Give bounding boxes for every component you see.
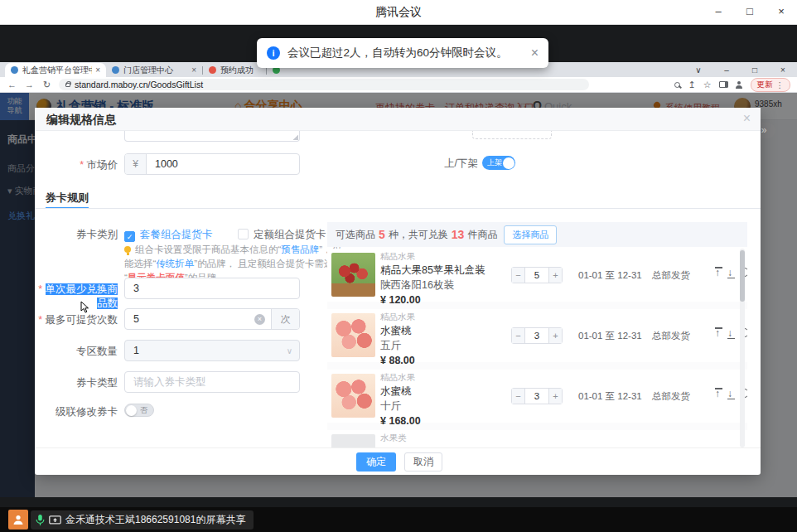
reload-icon[interactable]: ↻ [38,80,56,90]
browser-minimize-button[interactable]: – [712,65,741,75]
cancel-button[interactable]: 取消 [404,452,442,472]
move-to-top-icon[interactable]: ↑ [715,388,720,399]
checkbox-combo-card[interactable]: ✓套餐组合提货卡 [124,226,213,240]
quantity-value[interactable]: 3 [525,389,548,404]
tab-search-icon[interactable]: ∨ [684,65,712,75]
product-image [331,313,375,357]
tab-close-icon[interactable]: × [191,65,196,75]
screen-share-icon [49,515,61,525]
checkbox-fixed-amount-card[interactable]: 定额组合提货卡 [238,226,326,240]
move-to-bottom-icon[interactable]: ↓ [727,388,732,399]
bookmark-star-icon[interactable]: ☆ [703,80,712,90]
sharer-avatar[interactable] [8,510,28,530]
market-price-input[interactable]: ¥ 1000 [124,153,300,175]
increment-button[interactable]: + [548,268,562,283]
decrement-button[interactable]: − [512,268,525,283]
scrolled-upload-remnant[interactable] [472,131,552,139]
zoom-icon[interactable] [674,82,680,88]
zone-count-select[interactable]: 1 ∨ [124,340,300,361]
mouse-cursor [80,301,89,313]
move-to-top-icon[interactable]: ↑ [715,267,720,278]
currency-prefix: ¥ [125,154,147,174]
cascade-label: 级联修改券卡 [35,405,118,419]
unit-suffix: 次 [271,309,299,329]
min-exchange-value: 3 [125,283,299,294]
tab-favicon [11,66,18,74]
quantity-value[interactable]: 5 [525,268,548,283]
update-button[interactable]: 更新 ⋮ [751,78,791,92]
product-category: 水果类 [380,433,407,444]
header-text: 种，共可兑换 [389,228,448,242]
checkbox-label: 套餐组合提货卡 [140,229,213,240]
scrolled-textarea-remnant[interactable] [124,131,300,142]
modal-body: 市场价 ¥ 1000 上/下架 上架 券卡规则 券卡类别 ✓套餐组合提货卡 定额… [35,131,761,475]
product-image [331,374,375,418]
update-label: 更新 [757,80,773,90]
forward-icon[interactable]: → [21,80,38,89]
delivery-mode: 总部发货 [652,269,690,282]
market-price-label: 市场价 [35,158,118,172]
toast-text: 会议已超过2人，自动转为60分钟限时会议。 [287,46,508,60]
toggle-knob [503,157,514,169]
meeting-title: 腾讯会议 [375,5,422,20]
increment-button[interactable]: + [548,389,562,404]
toggle-knob [126,405,137,416]
maximize-button[interactable]: □ [734,0,766,25]
back-icon[interactable]: ← [3,80,21,89]
share-bar-text: 金禾通技术王斌18662591081的屏幕共享 [65,513,245,527]
tab-label: 门店管理中心 [123,65,188,76]
close-button[interactable]: × [766,0,797,25]
browser-restore-button[interactable]: □ [741,65,769,75]
exchangeable-total: 13 [452,228,465,241]
shelf-toggle[interactable]: 上架 [482,156,515,170]
minimize-button[interactable]: – [703,0,734,25]
tab-close-icon[interactable]: × [95,65,100,75]
quantity-value[interactable]: 3 [525,328,548,343]
browser-tab-store-admin[interactable]: 门店管理中心 × [106,63,202,77]
toast-close-icon[interactable]: × [531,46,539,60]
share-icon[interactable]: ↥ [688,80,695,90]
meeting-titlebar: 腾讯会议 – □ × [0,0,797,25]
tab-favicon [209,66,216,74]
confirm-button[interactable]: 确定 [356,452,396,472]
menu-more-icon[interactable]: ⋮ [776,80,785,89]
modal-header: 编辑规格信息 × [35,108,761,131]
checkbox-checked-icon: ✓ [124,231,135,242]
cascade-toggle[interactable]: 否 [124,404,154,417]
checkbox-unchecked-icon [238,229,249,239]
browser-tab-gift-admin[interactable]: 礼盒营销平台管理中心 × [5,63,106,77]
product-image [331,434,375,447]
browser-addressbar: ← → ↻ standard.maboy.cn/GoodsGiftList ↥ … [0,77,797,93]
zone-count-label: 专区数量 [35,345,118,359]
product-kind-count: 5 [379,228,385,241]
move-to-bottom-icon[interactable]: ↓ [727,267,732,278]
profile-icon[interactable] [736,81,743,89]
browser-close-button[interactable]: × [769,65,797,75]
products-scrollbar[interactable] [740,249,745,447]
product-price: ¥ 168.00 [380,415,421,427]
products-panel-header: 可选商品 5 种，共可兑换 13 件商品 选择商品 [327,222,747,247]
move-to-top-icon[interactable]: ↑ [715,327,720,339]
min-exchange-input[interactable]: 3 [124,278,300,299]
tab-favicon [112,66,119,74]
screen-share-indicator[interactable]: 金禾通技术王斌18662591081的屏幕共享 [31,510,254,530]
header-text: 可选商品 [336,228,375,242]
select-products-button[interactable]: 选择商品 [504,225,557,244]
tab-card-rules[interactable]: 券卡规则 [46,191,89,206]
product-row: 精品水果 精品大果85苹果礼盒装 陕西洛阳16枚装 ¥ 120.00 − 5 +… [327,249,747,302]
max-pickup-input[interactable]: 5 × 次 [124,308,300,330]
move-to-bottom-icon[interactable]: ↓ [727,327,732,339]
decrement-button[interactable]: − [512,389,525,404]
scrollbar-thumb[interactable] [740,250,745,302]
clear-input-icon[interactable]: × [254,314,265,325]
info-icon: i [267,46,280,60]
card-type-input[interactable]: 请输入券卡类型 [124,371,300,393]
delivery-mode: 总部发货 [652,390,690,403]
cascade-toggle-label: 否 [140,405,147,416]
url-field[interactable]: standard.maboy.cn/GoodsGiftList [59,79,589,90]
side-panel-icon[interactable] [719,81,728,88]
decrement-button[interactable]: − [512,328,525,343]
header-text: 件商品 [467,228,497,242]
modal-close-icon[interactable]: × [743,111,751,126]
increment-button[interactable]: + [548,328,562,343]
